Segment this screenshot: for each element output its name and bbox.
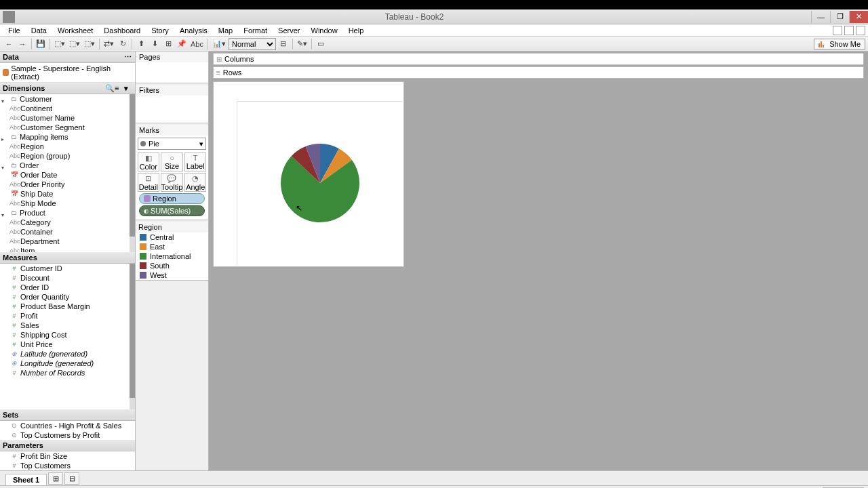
viz-canvas[interactable]: ↖ bbox=[213, 81, 404, 267]
close-button[interactable]: ✕ bbox=[849, 11, 868, 23]
back-button[interactable]: ← bbox=[3, 38, 15, 50]
workspace-toggle-button[interactable] bbox=[844, 26, 854, 35]
data-source[interactable]: Sample - Superstore - English (Extract) bbox=[0, 63, 135, 83]
measure-item[interactable]: #Order Quantity bbox=[0, 292, 135, 302]
measure-item[interactable]: #Profit bbox=[0, 311, 135, 321]
dimension-item[interactable]: AbcRegion bbox=[0, 142, 135, 151]
dimension-item[interactable]: AbcContainer bbox=[0, 227, 135, 237]
maximize-button[interactable]: ❐ bbox=[830, 11, 849, 23]
presentation-mode-button[interactable] bbox=[833, 26, 842, 35]
filters-shelf[interactable]: Filters bbox=[136, 85, 208, 123]
dimension-item[interactable]: 🗀Product bbox=[0, 208, 135, 218]
measures-tree[interactable]: #Customer ID#Discount#Order ID#Order Qua… bbox=[0, 264, 135, 409]
columns-shelf[interactable]: ⊞ Columns bbox=[213, 53, 864, 65]
dimension-item[interactable]: AbcItem bbox=[0, 246, 135, 252]
pie-chart[interactable] bbox=[279, 142, 361, 224]
menu-format[interactable]: Format bbox=[238, 26, 273, 35]
new-data-button[interactable]: ⬚▾ bbox=[53, 38, 66, 50]
menu-map[interactable]: Map bbox=[213, 26, 238, 35]
new-worksheet-button[interactable]: ⊞ bbox=[48, 472, 63, 485]
mark-angle-button[interactable]: ◔Angle bbox=[184, 173, 206, 192]
minimize-button[interactable]: — bbox=[811, 11, 830, 23]
chart-type-button[interactable]: 📊▾ bbox=[211, 38, 227, 50]
menu-worksheet[interactable]: Worksheet bbox=[52, 26, 98, 35]
dimension-item[interactable]: 🗀Order bbox=[0, 161, 135, 170]
sets-item[interactable]: ⊙Top Customers by Profit bbox=[0, 430, 135, 440]
menu-analysis[interactable]: Analysis bbox=[174, 26, 213, 35]
measure-item[interactable]: #Number of Records bbox=[0, 368, 135, 378]
legend-item[interactable]: East bbox=[136, 242, 208, 251]
menu-window[interactable]: Window bbox=[306, 26, 343, 35]
angle-pill-sales[interactable]: ◐ SUM(Sales) bbox=[139, 205, 205, 216]
dimension-item[interactable]: AbcOrder Priority bbox=[0, 180, 135, 189]
measure-item[interactable]: ⊕Latitude (generated) bbox=[0, 349, 135, 359]
dimension-item[interactable]: AbcShip Mode bbox=[0, 199, 135, 208]
menu-dashboard[interactable]: Dashboard bbox=[98, 26, 146, 35]
sheet-tab-1[interactable]: Sheet 1 bbox=[5, 474, 47, 485]
fix-axes-button[interactable]: ⊟ bbox=[277, 38, 290, 50]
abc-button[interactable]: Abc bbox=[189, 38, 205, 50]
measure-item[interactable]: #Order ID bbox=[0, 283, 135, 292]
dimension-item[interactable]: AbcContinent bbox=[0, 104, 135, 113]
legend-item[interactable]: South bbox=[136, 261, 208, 270]
menu-help[interactable]: Help bbox=[343, 26, 370, 35]
legend-item[interactable]: West bbox=[136, 270, 208, 280]
forward-button[interactable]: → bbox=[16, 38, 28, 50]
dimension-item[interactable]: AbcDepartment bbox=[0, 237, 135, 246]
measure-item[interactable]: #Product Base Margin bbox=[0, 302, 135, 311]
auto-update-button[interactable]: ⬚▾ bbox=[68, 38, 81, 50]
dimension-item[interactable]: AbcRegion (group) bbox=[0, 151, 135, 161]
measure-item[interactable]: #Customer ID bbox=[0, 264, 135, 273]
sort-desc-button[interactable]: ⬇ bbox=[149, 38, 161, 50]
sort-asc-button[interactable]: ⬆ bbox=[135, 38, 147, 50]
measure-item[interactable]: #Shipping Cost bbox=[0, 330, 135, 340]
find-icon[interactable]: 🔍 bbox=[105, 84, 113, 92]
parameters-item[interactable]: #Profit Bin Size bbox=[0, 451, 135, 461]
measure-item[interactable]: #Discount bbox=[0, 273, 135, 283]
menu-file[interactable]: File bbox=[3, 26, 26, 35]
swap-button[interactable]: ⇄▾ bbox=[102, 38, 115, 50]
scrollbar[interactable] bbox=[130, 94, 135, 252]
show-me-button[interactable]: Show Me bbox=[814, 39, 865, 49]
mark-type-select[interactable]: Pie ▾ bbox=[138, 138, 206, 150]
mark-detail-button[interactable]: ⊡Detail bbox=[138, 173, 159, 192]
color-pill-region[interactable]: Region bbox=[139, 193, 205, 204]
parameters-item[interactable]: #Top Customers bbox=[0, 461, 135, 470]
legend-item[interactable]: International bbox=[136, 251, 208, 261]
menu-story[interactable]: Story bbox=[146, 26, 174, 35]
dimensions-tree[interactable]: 🗀CustomerAbcContinentAbcCustomer NameAbc… bbox=[0, 94, 135, 252]
measure-item[interactable]: #Sales bbox=[0, 321, 135, 330]
pie-slice-international[interactable] bbox=[281, 156, 359, 222]
menu-icon[interactable]: ▾ bbox=[124, 84, 132, 92]
highlight-button[interactable]: ✎▾ bbox=[296, 38, 309, 50]
pin-button[interactable]: 📌 bbox=[176, 38, 188, 50]
dimension-item[interactable]: AbcCustomer Segment bbox=[0, 123, 135, 132]
dimension-item[interactable]: AbcCustomer Name bbox=[0, 113, 135, 123]
help-toggle-button[interactable] bbox=[856, 26, 865, 35]
group-button[interactable]: ⊞ bbox=[162, 38, 174, 50]
dimension-item[interactable]: AbcCategory bbox=[0, 218, 135, 227]
menu-data[interactable]: Data bbox=[26, 26, 52, 35]
pane-menu-icon[interactable]: ⋯ bbox=[124, 53, 132, 61]
presentation-button[interactable]: ▭ bbox=[315, 38, 327, 50]
view-icon[interactable]: ≡ bbox=[115, 84, 123, 92]
scrollbar[interactable] bbox=[130, 264, 135, 409]
run-button[interactable]: ⬚▾ bbox=[83, 38, 96, 50]
mark-tooltip-button[interactable]: 💬Tooltip bbox=[161, 173, 184, 192]
mark-color-button[interactable]: ◧Color bbox=[138, 152, 159, 171]
mark-size-button[interactable]: ○Size bbox=[161, 152, 184, 171]
measure-item[interactable]: #Unit Price bbox=[0, 340, 135, 349]
new-dashboard-button[interactable]: ⊟ bbox=[64, 472, 79, 485]
sets-tree[interactable]: ⊙Countries - High Profit & Sales⊙Top Cus… bbox=[0, 421, 135, 440]
legend-item[interactable]: Central bbox=[136, 232, 208, 242]
dimension-item[interactable]: 📅Order Date bbox=[0, 170, 135, 180]
dimension-item[interactable]: 📅Ship Date bbox=[0, 189, 135, 199]
dimension-item[interactable]: 🗀Customer bbox=[0, 94, 135, 104]
rows-shelf[interactable]: ≡ Rows bbox=[213, 66, 864, 79]
refresh-button[interactable]: ↻ bbox=[117, 38, 129, 50]
save-button[interactable]: 💾 bbox=[35, 38, 47, 50]
sets-item[interactable]: ⊙Countries - High Profit & Sales bbox=[0, 421, 135, 430]
parameters-tree[interactable]: #Profit Bin Size#Top Customers bbox=[0, 451, 135, 470]
mark-label-button[interactable]: TLabel bbox=[184, 152, 206, 171]
measure-item[interactable]: ⊕Longitude (generated) bbox=[0, 359, 135, 368]
